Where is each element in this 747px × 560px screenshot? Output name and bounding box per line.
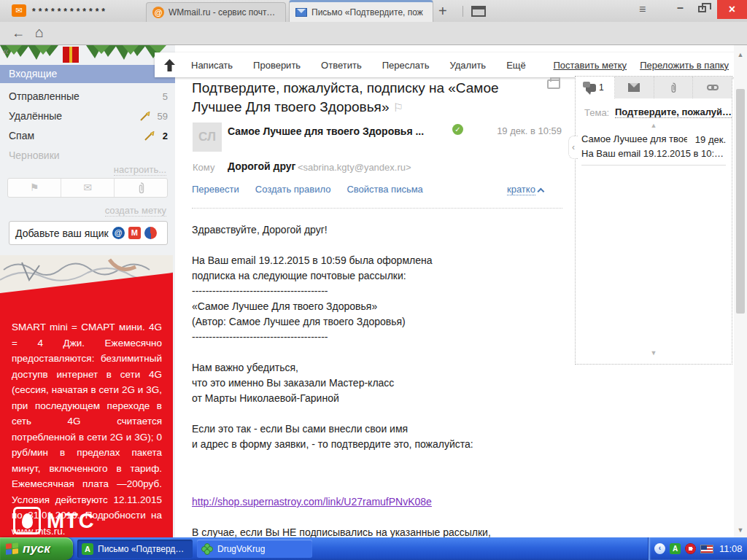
- message-subject: Подтвердите, пожалуйста, подписку на «Са…: [192, 79, 535, 117]
- amigo-icon: A: [82, 543, 93, 555]
- folder-deleted[interactable]: Удалённые 59: [0, 107, 175, 125]
- add-mailbox-widget[interactable]: Добавьте ваш ящик @ M: [9, 221, 168, 245]
- paperclip-icon: [670, 82, 676, 93]
- mts-logo: [13, 507, 41, 534]
- scrollbar-up-icon[interactable]: ▲: [734, 51, 747, 58]
- mail-page: « Входящие Отправленные 5 Удалённые 59 С…: [0, 45, 747, 537]
- tab-wmmail[interactable]: @ WMmail.ru - сервис почтовы: [146, 2, 286, 22]
- tab-panel-icon[interactable]: [471, 6, 486, 17]
- mail-toolbar: Написать Проверить Ответить Переслать Уд…: [155, 52, 739, 77]
- rambler-icon: [144, 227, 157, 239]
- tray-guard-icon[interactable]: [685, 543, 696, 554]
- mailru-icon: @: [112, 227, 125, 239]
- page-scrollbar[interactable]: ▲ ▼: [734, 45, 747, 537]
- chevron-up-icon: [537, 188, 544, 195]
- tab-messages[interactable]: 1: [576, 77, 615, 98]
- message-body: Здравствуйте, Дорогой друг! На Ваш email…: [192, 222, 571, 452]
- thread-subject[interactable]: Подтвердите, пожалуй…: [615, 106, 732, 118]
- filter-button-group: ⚑ ✉: [7, 178, 168, 198]
- mts-ad-banner[interactable]: SMART mini = СМАРТ мини. 4G = 4 Джи. Еже…: [0, 255, 173, 537]
- message-properties-link[interactable]: Свойства письма: [347, 184, 422, 195]
- messages-count: 1: [599, 82, 604, 93]
- tab-attachments[interactable]: [654, 77, 694, 98]
- flag-icon[interactable]: ⚐: [393, 101, 403, 114]
- chain-link-icon: [707, 85, 719, 90]
- tab-mail-icon[interactable]: [615, 77, 654, 98]
- move-to-folder-link[interactable]: Переложить в папку: [640, 60, 729, 71]
- theme-label: Тема:: [584, 107, 609, 118]
- minimize-button[interactable]: –: [677, 1, 684, 15]
- folder-drafts[interactable]: Черновики: [0, 147, 175, 165]
- to-label: Кому: [193, 162, 214, 173]
- mts-brand: МТС: [47, 509, 95, 533]
- message-date: 19 дек. в 10:59: [452, 125, 562, 136]
- translate-link[interactable]: Перевести: [192, 184, 239, 195]
- taskbar-task-letter[interactable]: A Письмо «Подтверди…: [77, 540, 193, 558]
- more-button[interactable]: Ещё: [506, 60, 526, 71]
- unread-filter-button[interactable]: ✉: [61, 179, 115, 197]
- menu-icon[interactable]: ≡: [639, 3, 646, 16]
- tab-letter-active[interactable]: Письмо «Подтвердите, пож: [289, 0, 433, 22]
- tab-links[interactable]: [693, 77, 732, 98]
- broom-icon[interactable]: [144, 131, 155, 141]
- delete-button[interactable]: Удалить: [449, 60, 486, 71]
- reply-button[interactable]: Ответить: [321, 60, 362, 71]
- sidebar-collapse-icon[interactable]: «: [3, 45, 9, 57]
- drugvokrug-icon: [201, 543, 213, 555]
- start-button[interactable]: пуск: [0, 537, 73, 560]
- pinned-mail-icon[interactable]: ✉: [12, 4, 26, 17]
- new-tab-button[interactable]: +: [438, 4, 447, 18]
- restore-button[interactable]: [698, 6, 706, 12]
- christmas-garland: [0, 45, 175, 65]
- scroll-up-icon[interactable]: ▲: [576, 122, 732, 129]
- tab-title: WMmail.ru - сервис почтовы: [169, 7, 279, 18]
- folder-sent[interactable]: Отправленные 5: [0, 88, 175, 106]
- item-preview: На Ваш email 19.12.2015 в 10:…: [581, 148, 726, 159]
- folder-spam[interactable]: Спам 2: [0, 127, 175, 145]
- taskbar: пуск A Письмо «Подтверди… DrugVoKrug ‹ A…: [0, 537, 747, 560]
- print-icon[interactable]: [547, 79, 560, 89]
- ad-red-area: SMART mini = СМАРТ мини. 4G = 4 Джи. Еже…: [0, 255, 173, 537]
- item-date: 19 дек.: [695, 134, 726, 145]
- configure-link[interactable]: настроить...: [114, 164, 166, 176]
- brief-toggle[interactable]: кратко: [507, 184, 545, 195]
- tab-title: Письмо «Подтвердите, пож: [311, 7, 423, 18]
- sender-name[interactable]: Самое Лучшее для твоего Здоровья ...: [228, 125, 424, 137]
- forward-button[interactable]: Переслать: [382, 60, 430, 71]
- divider: [462, 6, 463, 17]
- wmmail-favicon: @: [152, 7, 164, 18]
- folder-inbox[interactable]: Входящие: [0, 65, 175, 83]
- flag-filter-button[interactable]: ⚑: [8, 179, 61, 197]
- item-title: Самое Лучшее для твое…: [581, 133, 687, 144]
- create-label-link[interactable]: создать метку: [105, 205, 166, 217]
- back-icon[interactable]: ←: [12, 26, 25, 41]
- sender-avatar: СЛ: [193, 122, 222, 152]
- pinned-tab-title[interactable]: ************: [32, 7, 108, 17]
- scroll-top-arrow-icon[interactable]: [164, 59, 175, 71]
- attachment-filter-button[interactable]: [115, 179, 167, 197]
- tray-chevron-icon[interactable]: ‹: [654, 543, 665, 554]
- tray-clock: 11:08: [719, 543, 743, 554]
- taskbar-task-drugvokrug[interactable]: DrugVoKrug: [197, 540, 312, 558]
- set-label-link[interactable]: Поставить метку: [553, 60, 627, 71]
- scroll-down-icon[interactable]: ▼: [576, 349, 732, 357]
- confirmation-link[interactable]: http://shop.supernastroy.com/link/U27ram…: [192, 496, 432, 508]
- folders-sidebar: « Входящие Отправленные 5 Удалённые 59 С…: [0, 45, 175, 537]
- recipient-name[interactable]: Дорогой друг: [228, 160, 295, 172]
- message-actions: Перевести Создать правило Свойства письм…: [192, 184, 423, 195]
- gmail-icon: M: [128, 227, 141, 239]
- home-icon[interactable]: ⌂: [35, 24, 44, 41]
- scrollbar-thumb[interactable]: [736, 89, 745, 314]
- broom-icon[interactable]: [140, 112, 150, 121]
- thread-list-item[interactable]: Самое Лучшее для твое… 19 дек. На Ваш em…: [581, 132, 726, 166]
- browser-tabstrip: ✉ ************ @ WMmail.ru - сервис почт…: [0, 0, 747, 22]
- create-rule-link[interactable]: Создать правило: [255, 184, 331, 195]
- check-button[interactable]: Проверить: [253, 60, 301, 71]
- scrollbar-down-icon[interactable]: ▼: [734, 526, 747, 534]
- close-button[interactable]: ×: [717, 0, 747, 19]
- tray-amigo-icon[interactable]: A: [670, 543, 681, 554]
- thread-panel: 1 Тема: Подтвердите, пожалуй… ▲ Самое Лу…: [575, 76, 732, 365]
- compose-button[interactable]: Написать: [191, 60, 233, 71]
- keyboard-layout-flag-icon[interactable]: [700, 545, 713, 553]
- panel-collapse-handle[interactable]: ‹: [568, 136, 578, 159]
